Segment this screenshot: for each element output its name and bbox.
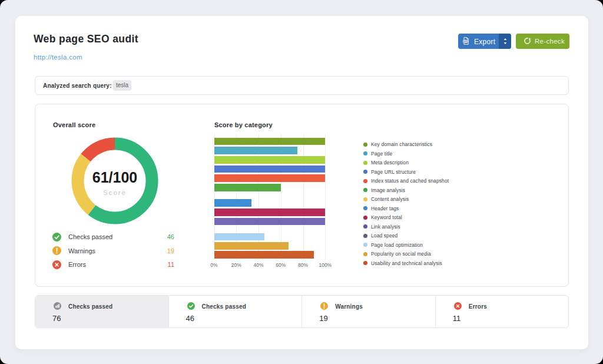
svg-text:PDF: PDF — [463, 41, 467, 43]
